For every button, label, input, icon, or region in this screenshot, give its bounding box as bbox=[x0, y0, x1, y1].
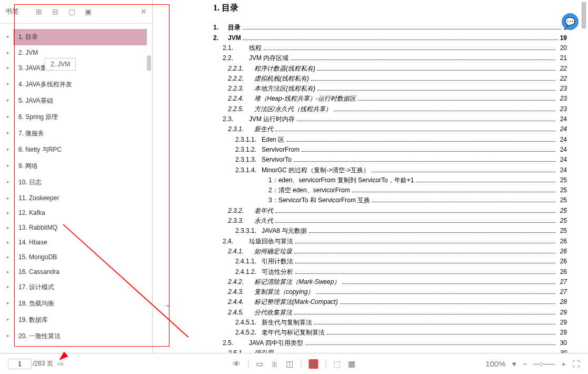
bookmark-sidebar: 书签 ⊞ ⊟ ▢ ▣ ✕ 1. 目录2. JVM3. JAVA集合4. JAVA… bbox=[0, 0, 153, 353]
page-title: 1. 目录 bbox=[213, 3, 567, 14]
chevron-down-icon[interactable]: ▾ bbox=[512, 359, 516, 369]
zoom-out-icon[interactable]: − bbox=[523, 359, 527, 368]
bookmark-item[interactable]: 6. Spring 原理 bbox=[13, 109, 147, 125]
annotation-tick bbox=[166, 306, 170, 306]
bookmark-tooltip: 2. JVM bbox=[45, 58, 76, 71]
chat-icon[interactable]: 💬 bbox=[562, 13, 579, 30]
bookmark-item[interactable]: 9. 网络 bbox=[13, 158, 147, 174]
bookmark-item[interactable]: 2. JVM bbox=[13, 45, 147, 60]
play-button[interactable]: ▶ bbox=[308, 359, 318, 369]
toc-entry[interactable]: 2.2.1.程序计数器(线程私有)22 bbox=[228, 64, 567, 73]
toc-entry[interactable]: 2.2.JVM 内存区域21 bbox=[223, 54, 567, 63]
bookmark-item[interactable]: 14. Hbase bbox=[13, 235, 147, 250]
bookmark-item[interactable]: 18. 负载均衡 bbox=[13, 296, 147, 312]
bookmark-alt-icon[interactable]: ▣ bbox=[84, 7, 92, 16]
toc-entry[interactable]: 2.4.垃圾回收与算法26 bbox=[223, 237, 567, 246]
toc-entry[interactable]: 2：清空 eden、servicorFrom25 bbox=[242, 186, 567, 195]
bookmark-item[interactable]: 19. 数据库 bbox=[13, 312, 147, 328]
bookmark-item[interactable]: 3. JAVA集合 bbox=[13, 60, 147, 76]
toc-main-entry[interactable]: 2.JVM19 bbox=[213, 34, 567, 42]
toc-entry[interactable]: 2.5.JAVA 四中引用类型30 bbox=[223, 339, 567, 348]
toc-entry[interactable]: 2.3.1.新生代24 bbox=[228, 125, 567, 134]
toc-entry[interactable]: 2.4.5.2.老年代与标记复制算法29 bbox=[235, 328, 567, 337]
bookmark-item[interactable]: 4. JAVA多线程并发 bbox=[13, 76, 147, 93]
single-page-icon[interactable]: ▭ bbox=[256, 359, 263, 369]
bookmark-item[interactable]: 20. 一致性算法 bbox=[13, 328, 147, 345]
toc-entry[interactable]: 2.3.1.4.MinorGC 的过程（复制->清空->互换）24 bbox=[235, 166, 567, 175]
zoom-value: 100% bbox=[485, 359, 505, 368]
sidebar-header: 书签 ⊞ ⊟ ▢ ▣ ✕ bbox=[0, 0, 152, 24]
toc-entry[interactable]: 2.4.5.1.新生代与复制算法29 bbox=[235, 318, 567, 327]
toc-entry[interactable]: 2.3.2.老年代25 bbox=[228, 206, 567, 215]
bookmark-item[interactable]: 1. 目录 bbox=[13, 29, 147, 45]
eye-icon[interactable]: 👁 bbox=[233, 359, 241, 368]
toc-entry[interactable]: 2.4.1.2.可达性分析26 bbox=[235, 268, 567, 277]
fullscreen-icon[interactable]: ⛶ bbox=[572, 359, 580, 368]
bookmark-item[interactable]: 15. MongoDB bbox=[13, 250, 147, 264]
document-content: 1. 目录 1.目录12.JVM19 2.1.线程202.2.JVM 内存区域2… bbox=[174, 0, 588, 353]
sidebar-title: 书签 bbox=[5, 7, 19, 16]
bottom-center-tools: 👁 ▭ ⫼ ◫ ▶ ⬚ ▦ bbox=[233, 359, 355, 369]
toc-entry[interactable]: 2.4.4.标记整理算法(Mark-Compact)28 bbox=[228, 298, 567, 307]
separator bbox=[325, 359, 326, 369]
toc-main-entry[interactable]: 1.目录1 bbox=[213, 23, 567, 32]
toc-entry[interactable]: 2.4.3.复制算法（copying）27 bbox=[228, 288, 567, 297]
toc-entry[interactable]: 2.2.3.本地方法区(线程私有)23 bbox=[228, 84, 567, 93]
fit-width-icon[interactable]: ⬚ bbox=[333, 359, 341, 369]
toc-entry[interactable]: 2.2.4.堆（Heap-线程共享）-运行时数据区23 bbox=[228, 94, 567, 103]
toc-entry[interactable]: 2.3.1.2.ServivorFrom24 bbox=[235, 145, 567, 154]
toc-entry[interactable]: 2.3.1.1.Eden 区24 bbox=[235, 135, 567, 144]
content-scrollbar-thumb[interactable] bbox=[582, 2, 586, 28]
bottom-toolbar: /283 页 ⇨ 👁 ▭ ⫼ ◫ ▶ ⬚ ▦ 100% ▾ − ─○── + ⛶ bbox=[0, 353, 588, 374]
bookmark-item[interactable]: 13. RabbitMQ bbox=[13, 220, 147, 235]
toc-entry[interactable]: 2.3.1.3.ServivorTo24 bbox=[235, 155, 567, 164]
bookmark-item[interactable]: 10. 日志 bbox=[13, 174, 147, 191]
page-total: /283 页 bbox=[33, 359, 53, 368]
page-input[interactable] bbox=[8, 359, 32, 369]
sidebar-toolbar: ⊞ ⊟ ▢ ▣ bbox=[35, 7, 92, 16]
toc-entry[interactable]: 1：eden、servicorFrom 复制到 ServicorTo，年龄+12… bbox=[242, 176, 567, 185]
bookmark-item[interactable]: 8. Netty 与RPC bbox=[13, 142, 147, 158]
bookmark-item[interactable]: 5. JAVA基础 bbox=[13, 93, 147, 109]
bookmark-item[interactable]: 7. 微服务 bbox=[13, 125, 147, 142]
scrollbar-thumb[interactable] bbox=[147, 55, 151, 71]
bookmark-item[interactable]: 16. Cassandra bbox=[13, 264, 147, 279]
bottom-right-tools: 100% ▾ − ─○── + ⛶ bbox=[485, 359, 580, 369]
toc-entry[interactable]: 3：ServicorTo 和 ServicorFrom 互换25 bbox=[242, 196, 567, 205]
toc-entry[interactable]: 2.2.5.方法区/永久代（线程共享）23 bbox=[228, 105, 567, 114]
toc-entry[interactable]: 2.5.1.强引用30 bbox=[228, 349, 567, 353]
bookmark-list: 1. 目录2. JVM3. JAVA集合4. JAVA多线程并发5. JAVA基… bbox=[0, 24, 152, 353]
toc-entry[interactable]: 2.4.1.如何确定垃圾26 bbox=[228, 247, 567, 256]
fit-page-icon[interactable]: ▦ bbox=[348, 359, 355, 369]
toc-entry[interactable]: 2.4.2.标记清除算法（Mark-Sweep）27 bbox=[228, 278, 567, 287]
separator bbox=[248, 359, 248, 369]
bookmark-item[interactable]: 11. Zookeeper bbox=[13, 191, 147, 205]
facing-icon[interactable]: ◫ bbox=[286, 359, 293, 369]
toc-entry[interactable]: 2.2.2.虚拟机栈(线程私有)22 bbox=[228, 74, 567, 83]
toc-entry[interactable]: 2.3.JVM 运行时内存24 bbox=[223, 115, 567, 124]
zoom-slider[interactable]: ─○── bbox=[533, 359, 555, 368]
toc-entry[interactable]: 2.3.3.1.JAVA8 与元数据25 bbox=[235, 227, 567, 235]
toc-entry[interactable]: 2.3.3.永久代25 bbox=[228, 216, 567, 225]
continuous-icon[interactable]: ⫼ bbox=[271, 359, 278, 368]
bookmark-icon[interactable]: ▢ bbox=[67, 7, 76, 16]
zoom-in-icon[interactable]: + bbox=[561, 359, 566, 368]
expand-all-icon[interactable]: ⊞ bbox=[35, 7, 43, 16]
toc-entry[interactable]: 2.1.线程20 bbox=[223, 44, 567, 53]
collapse-all-icon[interactable]: ⊟ bbox=[51, 7, 59, 16]
separator bbox=[301, 359, 301, 369]
bookmark-item[interactable]: 12. Kafka bbox=[13, 205, 147, 220]
close-icon[interactable]: ✕ bbox=[141, 7, 147, 16]
toc-entry[interactable]: 2.4.5.分代收集算法29 bbox=[228, 308, 567, 317]
toc-entry[interactable]: 2.4.1.1.引用计数法26 bbox=[235, 257, 567, 266]
